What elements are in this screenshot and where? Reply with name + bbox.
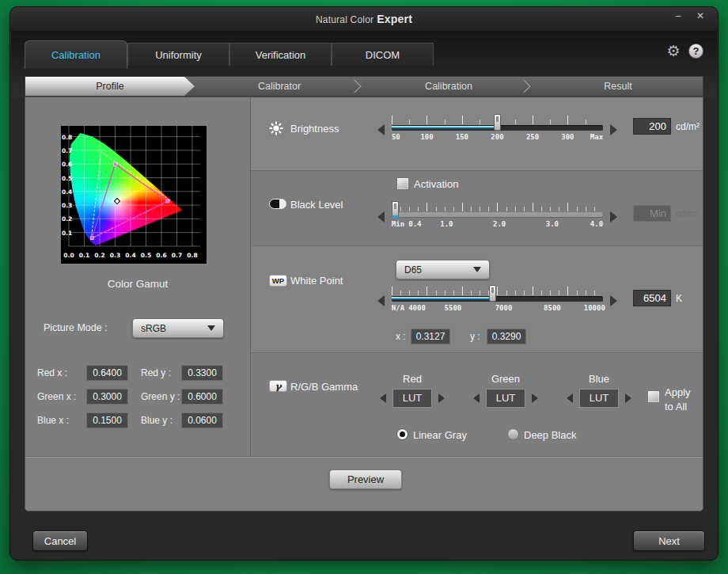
window-title: Natural ColorExpert [316, 13, 412, 25]
breadcrumb-step-result[interactable]: Result [533, 77, 703, 96]
white-y-field[interactable]: 0.3290 [487, 329, 526, 344]
svg-text:0.1: 0.1 [62, 230, 72, 237]
green-x-label: Green x : [37, 389, 76, 405]
help-icon[interactable]: ? [688, 44, 703, 59]
tick-label: N/A [392, 304, 404, 312]
gamma-red-value[interactable]: LUT [392, 389, 432, 408]
svg-text:0.3: 0.3 [62, 202, 72, 209]
gamma-green-prev-arrow[interactable] [473, 393, 480, 403]
svg-text:0.0: 0.0 [63, 252, 74, 259]
breadcrumb-label: Calibrator [258, 81, 301, 92]
gamma-blue-value[interactable]: LUT [579, 389, 619, 408]
gamma-blue-prev-arrow[interactable] [567, 393, 573, 403]
brightness-slider: 50 100 150 200 250 300 Max [377, 116, 617, 143]
preview-footer: Preview [25, 456, 703, 511]
tick-label: 100 [420, 133, 433, 141]
brightness-slider-handle[interactable] [494, 114, 501, 131]
black-level-increase-arrow[interactable] [610, 211, 617, 222]
gamma-red-prev-arrow[interactable] [380, 393, 386, 403]
tab-dicom[interactable]: DICOM [332, 43, 434, 66]
gamma-green-label: Green [491, 373, 520, 385]
black-level-icon [269, 199, 286, 209]
tab-verification[interactable]: Verification [229, 43, 332, 66]
red-x-field[interactable]: 0.6400 [86, 365, 128, 381]
color-gamut-chart: 0.0 0.1 0.2 0.3 0.4 0.5 0.6 0.7 0.8 0.8 … [61, 126, 207, 264]
blue-y-field[interactable]: 0.0600 [181, 412, 223, 428]
gamut-grid [69, 126, 200, 246]
gamma-red-next-arrow[interactable] [438, 393, 445, 403]
svg-text:0.2: 0.2 [94, 252, 104, 259]
green-x-field[interactable]: 0.3000 [86, 389, 128, 405]
chevron-right-icon [518, 80, 531, 93]
brightness-slider-track[interactable] [392, 125, 603, 131]
white-point-preset-dropdown[interactable]: D65 [396, 260, 490, 279]
black-level-slider-handle[interactable] [392, 201, 399, 218]
white-y-label: y : [470, 329, 480, 344]
tab-calibration[interactable]: Calibration [25, 40, 127, 69]
black-level-decrease-arrow[interactable] [377, 211, 385, 222]
brightness-increase-arrow[interactable] [610, 124, 617, 135]
gamma-label: R/G/B Gamma [290, 381, 358, 393]
wizard-breadcrumb: Profile Calibrator Calibration Result [25, 76, 703, 97]
tick-label: 3.0 [546, 220, 559, 228]
linear-gray-radio[interactable] [396, 428, 408, 440]
tick-label: 250 [526, 133, 539, 141]
tab-uniformity[interactable]: Uniformity [127, 43, 229, 66]
white-point-slider-handle[interactable] [489, 285, 496, 302]
gamma-blue-label: Blue [589, 373, 609, 385]
black-level-label: Black Level [290, 199, 343, 211]
settings-gear-icon[interactable]: ⚙ [665, 44, 681, 59]
gamma-red-label: Red [403, 373, 422, 385]
green-y-field[interactable]: 0.6000 [181, 389, 223, 405]
breadcrumb-step-calibration[interactable]: Calibration [364, 77, 533, 96]
brightness-value-field[interactable]: 200 [633, 118, 671, 135]
blue-x-field[interactable]: 0.1500 [86, 412, 128, 428]
svg-text:0.5: 0.5 [62, 175, 72, 182]
brightness-tick-labels: 50 100 150 200 250 300 Max [392, 133, 603, 143]
next-button[interactable]: Next [633, 530, 705, 551]
picture-mode-dropdown[interactable]: sRGB [132, 318, 224, 338]
gamma-green-value[interactable]: LUT [486, 389, 525, 408]
white-point-unit: K [676, 293, 682, 304]
white-point-slider-track[interactable] [392, 296, 603, 302]
tick-label: 4000 [408, 304, 426, 312]
svg-text:0.5: 0.5 [141, 252, 151, 259]
breadcrumb-step-profile[interactable]: Profile [25, 77, 195, 96]
desktop-background: { "win": { "title_a": "Natural Color", "… [0, 0, 728, 574]
red-y-field[interactable]: 0.3300 [181, 365, 223, 381]
gamma-green-next-arrow[interactable] [532, 393, 538, 403]
white-x-field[interactable]: 0.3127 [411, 329, 450, 344]
white-point-icon: WP [269, 275, 287, 287]
tick-label: Max [590, 133, 603, 141]
svg-text:0.7: 0.7 [172, 252, 182, 259]
apply-to-all-checkbox[interactable] [647, 390, 660, 403]
preview-button[interactable]: Preview [329, 469, 402, 489]
activation-checkbox[interactable] [396, 177, 409, 190]
gamut-caption: Color Gamut [25, 278, 250, 290]
cancel-button[interactable]: Cancel [32, 530, 88, 551]
white-point-preset-value: D65 [404, 264, 422, 276]
tick-label: 1.0 [440, 220, 453, 228]
red-y-label: Red y : [141, 365, 171, 381]
svg-text:0.8: 0.8 [62, 134, 72, 141]
white-point-section: WP White Point D65 N/A 4000 5500 [251, 245, 703, 352]
black-level-slider-track[interactable] [392, 212, 603, 218]
minimize-button[interactable]: – [672, 10, 684, 21]
brightness-decrease-arrow[interactable] [377, 124, 385, 135]
svg-text:0.1: 0.1 [79, 252, 89, 259]
white-point-increase-arrow[interactable] [610, 295, 617, 306]
title-bar: Natural ColorExpert – ✕ [10, 7, 718, 31]
breadcrumb-step-calibrator[interactable]: Calibrator [195, 77, 364, 96]
white-point-label: White Point [290, 275, 343, 287]
tick-label: 50 [392, 133, 400, 141]
black-level-unit: cd/m² [676, 208, 700, 219]
white-point-decrease-arrow[interactable] [377, 295, 385, 306]
gamma-blue-next-arrow[interactable] [625, 393, 631, 403]
breadcrumb-label: Result [604, 81, 631, 92]
svg-text:0.8: 0.8 [187, 252, 197, 259]
chevron-right-icon [348, 80, 362, 93]
close-button[interactable]: ✕ [694, 10, 707, 21]
svg-text:0.4: 0.4 [125, 252, 135, 259]
deep-black-radio[interactable] [507, 428, 519, 440]
white-point-value-field[interactable]: 6504 [633, 290, 671, 306]
